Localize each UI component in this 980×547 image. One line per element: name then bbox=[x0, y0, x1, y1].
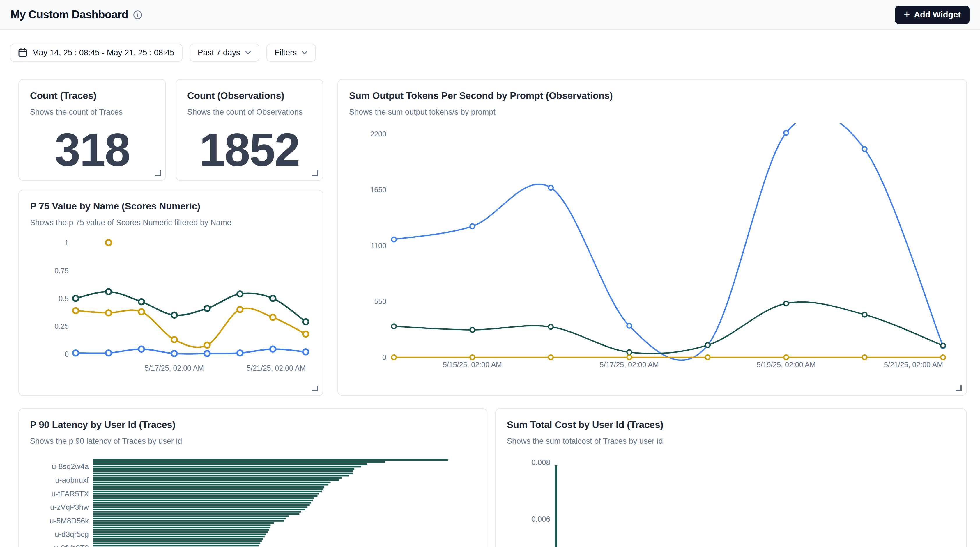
bar bbox=[93, 493, 319, 495]
widget-subtitle: Shows the p 75 value of Scores Numeric f… bbox=[30, 218, 312, 227]
data-point-marker bbox=[470, 224, 474, 229]
bar bbox=[93, 511, 301, 513]
data-point-marker bbox=[106, 289, 111, 295]
data-point-marker bbox=[138, 346, 144, 352]
data-point-marker bbox=[106, 310, 111, 316]
info-icon-glyph bbox=[133, 10, 143, 20]
bar bbox=[93, 472, 353, 474]
bar bbox=[93, 504, 310, 506]
bar bbox=[93, 486, 325, 488]
data-point-marker bbox=[204, 342, 210, 348]
x-axis-tick-label: 5/21/25, 02:00 AM bbox=[884, 360, 943, 369]
widget-title: Sum Output Tokens Per Second by Prompt (… bbox=[349, 90, 955, 101]
data-point-marker bbox=[391, 355, 396, 360]
data-point-marker bbox=[705, 343, 710, 347]
data-point-marker bbox=[784, 301, 788, 306]
data-point-marker bbox=[204, 351, 210, 357]
data-point-marker bbox=[862, 355, 867, 360]
y-axis-tick-label: 0.006 bbox=[531, 515, 550, 523]
widget-count-observations[interactable]: Count (Observations) Shows the count of … bbox=[175, 79, 323, 181]
data-point-marker bbox=[172, 351, 177, 357]
bar bbox=[555, 465, 557, 547]
resize-handle-icon[interactable] bbox=[312, 385, 318, 391]
date-range-value: May 14, 25 : 08:45 - May 21, 25 : 08:45 bbox=[32, 48, 174, 57]
widget-p75-line-chart[interactable]: P 75 Value by Name (Scores Numeric) Show… bbox=[18, 190, 323, 396]
horizontal-bar-chart: u-8sq2w4au-aobnuxfu-tFAR5TXu-zVqP3hwu-5M… bbox=[19, 452, 487, 547]
data-point-marker bbox=[270, 346, 276, 352]
data-point-marker bbox=[138, 309, 144, 314]
bar bbox=[93, 518, 286, 519]
data-point-marker bbox=[172, 312, 177, 318]
widget-subtitle: Shows the sum totalcost of Traces by use… bbox=[507, 437, 955, 446]
data-point-marker bbox=[470, 355, 474, 360]
time-preset-dropdown[interactable]: Past 7 days bbox=[189, 44, 259, 62]
resize-handle-icon[interactable] bbox=[955, 385, 962, 391]
bar bbox=[93, 515, 289, 517]
data-point-marker bbox=[549, 324, 553, 329]
data-point-marker bbox=[784, 131, 788, 135]
data-point-marker bbox=[391, 237, 396, 242]
isolated-data-point-marker bbox=[106, 240, 111, 246]
data-point-marker bbox=[303, 331, 309, 337]
widget-cost-bar-chart[interactable]: Sum Total Cost by User Id (Traces) Shows… bbox=[495, 408, 967, 547]
bar bbox=[93, 524, 271, 526]
bar bbox=[93, 542, 260, 544]
add-widget-button[interactable]: + Add Widget bbox=[895, 6, 969, 24]
widget-title: P 75 Value by Name (Scores Numeric) bbox=[30, 201, 312, 212]
resize-handle-icon[interactable] bbox=[154, 170, 161, 176]
resize-handle-icon[interactable] bbox=[312, 170, 318, 176]
bar bbox=[93, 506, 307, 508]
bar bbox=[93, 538, 263, 540]
page-header: My Custom Dashboard + Add Widget bbox=[0, 0, 980, 30]
bar bbox=[93, 533, 266, 535]
widget-tokens-line-chart[interactable]: Sum Output Tokens Per Second by Prompt (… bbox=[337, 79, 967, 396]
bar bbox=[93, 482, 331, 483]
category-axis-tick-label: u-8fVa9T3 bbox=[54, 544, 89, 547]
filters-dropdown[interactable]: Filters bbox=[266, 44, 316, 62]
date-range-picker[interactable]: May 14, 25 : 08:45 - May 21, 25 : 08:45 bbox=[10, 44, 183, 62]
y-axis-tick-label: 2200 bbox=[370, 130, 387, 138]
widget-title: Sum Total Cost by User Id (Traces) bbox=[507, 419, 955, 430]
y-axis-tick-label: 0 bbox=[382, 353, 387, 361]
chevron-down-icon bbox=[301, 51, 308, 55]
data-point-marker bbox=[106, 350, 111, 356]
category-axis-tick-label: u-tFAR5TX bbox=[51, 489, 89, 498]
data-point-marker bbox=[470, 328, 474, 332]
add-widget-label: Add Widget bbox=[914, 10, 961, 19]
bar bbox=[93, 536, 265, 537]
filters-label: Filters bbox=[275, 48, 297, 57]
time-preset-value: Past 7 days bbox=[198, 48, 240, 57]
bar bbox=[93, 477, 342, 479]
data-point-marker bbox=[941, 343, 945, 348]
data-point-marker bbox=[784, 355, 788, 360]
bar bbox=[93, 488, 323, 490]
bar bbox=[93, 522, 274, 524]
bar bbox=[93, 463, 367, 465]
data-point-marker bbox=[862, 312, 867, 317]
y-axis-tick-label: 1 bbox=[65, 239, 69, 247]
category-axis-tick-label: u-d3qr5cg bbox=[55, 530, 89, 539]
bar bbox=[93, 529, 269, 531]
bar bbox=[93, 545, 259, 546]
x-axis-tick-label: 5/21/25, 02:00 AM bbox=[247, 364, 306, 372]
line-chart: 05501100165022005/15/25, 02:00 AM5/17/25… bbox=[338, 124, 967, 396]
widget-p90-bar-chart[interactable]: P 90 Latency by User Id (Traces) Shows t… bbox=[18, 408, 487, 547]
calendar-icon bbox=[18, 48, 27, 58]
y-axis-tick-label: 1100 bbox=[371, 241, 387, 250]
bar bbox=[93, 502, 311, 504]
toolbar: May 14, 25 : 08:45 - May 21, 25 : 08:45 … bbox=[10, 44, 316, 62]
data-point-marker bbox=[705, 355, 710, 360]
data-point-marker bbox=[237, 291, 243, 297]
widget-subtitle: Shows the count of Traces bbox=[30, 108, 154, 117]
data-point-marker bbox=[862, 147, 867, 151]
bar bbox=[93, 474, 349, 476]
y-axis-tick-label: 1650 bbox=[370, 186, 387, 194]
data-point-marker bbox=[303, 349, 309, 355]
bar bbox=[93, 459, 448, 461]
info-icon[interactable] bbox=[133, 10, 143, 20]
data-point-marker bbox=[73, 308, 79, 313]
widget-count-traces[interactable]: Count (Traces) Shows the count of Traces… bbox=[18, 79, 166, 181]
data-point-marker bbox=[270, 314, 276, 320]
data-point-marker bbox=[138, 299, 144, 304]
y-axis-tick-label: 0.75 bbox=[54, 266, 69, 275]
